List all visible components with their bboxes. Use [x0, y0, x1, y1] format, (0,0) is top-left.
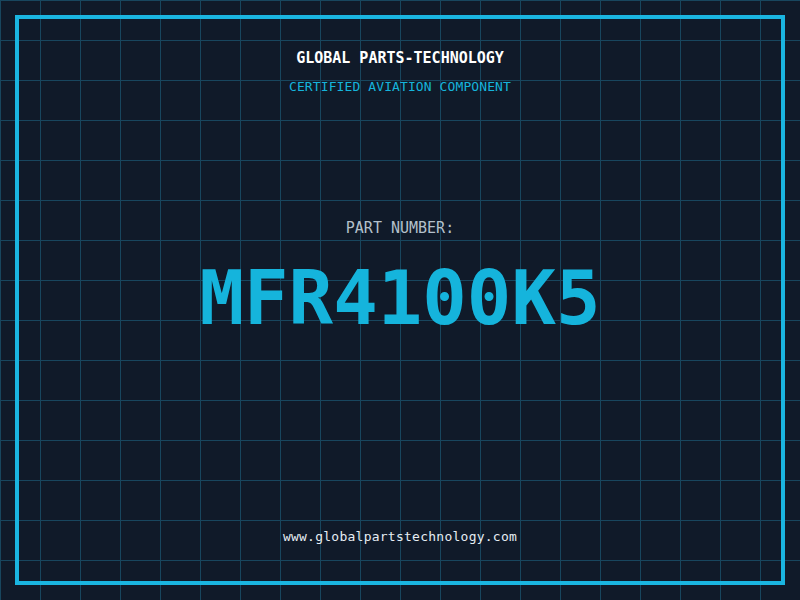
website-url: www.globalpartstechnology.com: [0, 529, 800, 544]
certification-subtitle: CERTIFIED AVIATION COMPONENT: [0, 79, 800, 94]
part-number-value: MFR4100K5: [0, 255, 800, 341]
company-title: GLOBAL PARTS-TECHNOLOGY: [0, 49, 800, 67]
part-number-label: PART NUMBER:: [0, 219, 800, 237]
placard-background: GLOBAL PARTS-TECHNOLOGY CERTIFIED AVIATI…: [0, 0, 800, 600]
